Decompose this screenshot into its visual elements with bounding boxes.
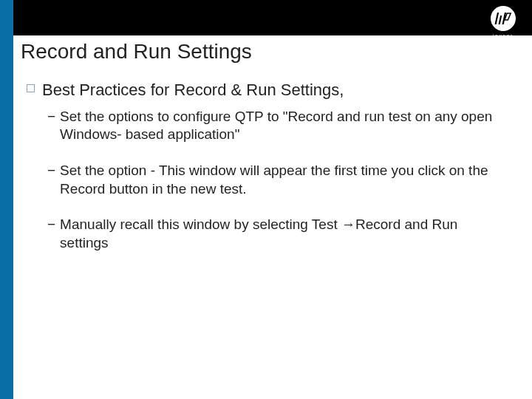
sub-item-text: Set the options to configure QTP to "Rec… — [60, 108, 496, 144]
slide-title: Record and Run Settings — [21, 40, 516, 64]
bullet-box-icon — [27, 84, 35, 92]
sub-item: − Set the options to configure QTP to "R… — [47, 108, 516, 144]
svg-rect-1 — [499, 16, 502, 24]
hp-tagline: invent — [493, 33, 514, 38]
dash-icon: − — [47, 216, 55, 234]
sub-item-text: Set the option - This window will appear… — [60, 162, 496, 198]
dash-icon: − — [47, 162, 55, 180]
top-bar — [0, 0, 532, 35]
main-bullet-text: Best Practices for Record & Run Settings… — [42, 80, 344, 100]
hp-logo-icon — [491, 6, 516, 31]
slide-content: Record and Run Settings Best Practices f… — [21, 40, 516, 270]
dash-icon: − — [47, 108, 55, 126]
left-accent-bar — [0, 0, 13, 399]
main-bullet: Best Practices for Record & Run Settings… — [27, 80, 516, 100]
svg-rect-0 — [495, 13, 499, 24]
hp-logo: invent — [491, 6, 516, 38]
sub-item-text: Manually recall this window by selecting… — [60, 216, 496, 252]
sub-item: − Set the option - This window will appe… — [47, 162, 516, 198]
sub-item: − Manually recall this window by selecti… — [47, 216, 516, 252]
